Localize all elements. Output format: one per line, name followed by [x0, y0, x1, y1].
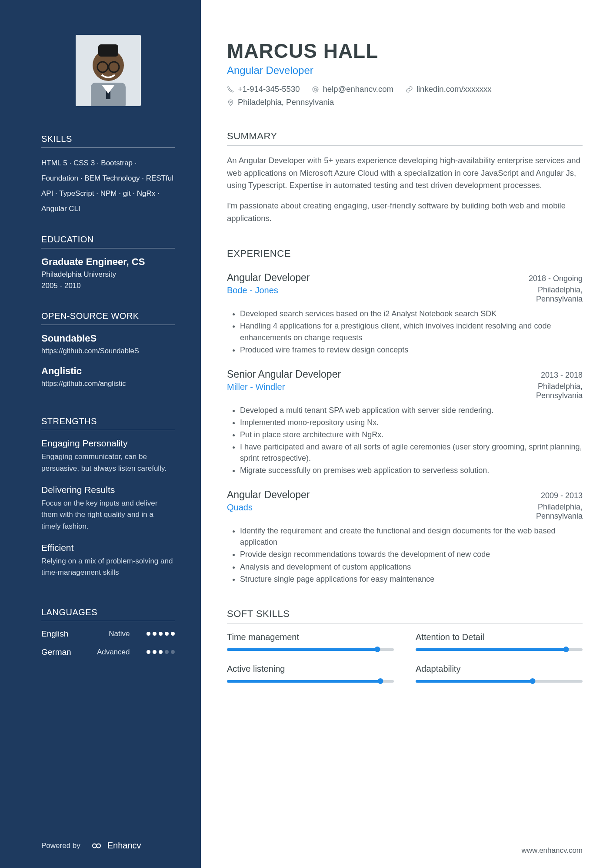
- location: Philadelphia, Pennsylvania: [227, 97, 334, 107]
- softskill-item: Adaptability: [416, 664, 583, 683]
- opensource-url: https://github.com/anglistic: [41, 379, 175, 388]
- skills-list: HTML 5 · CSS 3 · Bootstrap · Foundation …: [41, 156, 175, 216]
- enhancv-logo: Enhancv: [89, 841, 141, 851]
- opensource-item: Anglistichttps://github.com/anglistic: [41, 365, 175, 388]
- experience-location: Philadelphia, Pennsylvania: [496, 503, 583, 521]
- summary-heading: SUMMARY: [227, 131, 583, 146]
- experience-company: Miller - Windler: [227, 382, 285, 392]
- language-row: EnglishNative: [41, 629, 175, 639]
- experience-item: Senior Angular Developer2013 - 2018Mille…: [227, 369, 583, 476]
- email: help@enhancv.com: [312, 84, 393, 94]
- infinity-icon: [89, 841, 104, 850]
- skills-heading: SKILLS: [41, 134, 175, 148]
- softskill-label: Adaptability: [416, 664, 583, 674]
- education-heading: EDUCATION: [41, 235, 175, 248]
- person-name: MARCUS HALL: [227, 39, 583, 63]
- experience-title: Angular Developer: [227, 272, 310, 284]
- linkedin-value: linkedin.com/xxxxxxx: [416, 84, 492, 94]
- powered-by-label: Powered by: [41, 841, 80, 850]
- contact-row-1: +1-914-345-5530 help@enhancv.com linkedi…: [227, 84, 583, 94]
- language-name: English: [41, 629, 83, 639]
- language-level: Advanced: [95, 648, 130, 657]
- language-row: GermanAdvanced: [41, 647, 175, 657]
- experience-company: Quads: [227, 503, 253, 513]
- experience-item: Angular Developer2009 - 2013QuadsPhilade…: [227, 489, 583, 584]
- experience-bullet: Provide design recommendations towards t…: [240, 549, 583, 560]
- strength-desc: Focus on the key inputs and deliver them…: [41, 498, 175, 532]
- experience-bullet: Handling 4 applications for a prestigiou…: [240, 320, 583, 343]
- svg-point-11: [313, 87, 319, 92]
- sidebar-footer: Powered by Enhancv: [41, 841, 175, 851]
- phone-icon: [227, 86, 234, 93]
- softskill-label: Active listening: [227, 664, 394, 674]
- strength-title: Engaging Personality: [41, 438, 175, 449]
- brand-name: Enhancv: [107, 841, 141, 851]
- softskill-label: Attention to Detail: [416, 632, 583, 642]
- experience-dates: 2018 - Ongoing: [529, 274, 583, 283]
- svg-point-13: [230, 101, 232, 103]
- softskill-track: [227, 680, 394, 683]
- experience-title: Angular Developer: [227, 489, 310, 501]
- languages-section: LANGUAGES EnglishNativeGermanAdvanced: [41, 607, 175, 666]
- experience-dates: 2013 - 2018: [541, 371, 583, 380]
- opensource-name: SoundableS: [41, 333, 175, 344]
- footer-url: www.enhancv.com: [522, 846, 583, 855]
- phone: +1-914-345-5530: [227, 84, 300, 94]
- linkedin: linkedin.com/xxxxxxx: [406, 84, 492, 94]
- job-title: Angular Developer: [227, 64, 583, 77]
- strength-desc: Relying on a mix of problem-solving and …: [41, 556, 175, 579]
- strengths-heading: STRENGTHS: [41, 416, 175, 430]
- experience-location: Philadelphia, Pennsylvania: [496, 285, 583, 304]
- softskill-track: [227, 648, 394, 651]
- profile-photo: [76, 35, 141, 106]
- experience-bullet: I have participated and aware of all sor…: [240, 441, 583, 464]
- strength-item: Delivering ResultsFocus on the key input…: [41, 485, 175, 532]
- opensource-heading: OPEN-SOURCE WORK: [41, 311, 175, 325]
- email-value: help@enhancv.com: [323, 84, 393, 94]
- softskill-track: [416, 648, 583, 651]
- opensource-url: https://github.com/SoundableS: [41, 347, 175, 355]
- experience-bullet: Identify the requirement and create the …: [240, 525, 583, 548]
- strengths-section: STRENGTHS Engaging PersonalityEngaging c…: [41, 416, 175, 589]
- language-name: German: [41, 647, 83, 657]
- experience-title: Senior Angular Developer: [227, 369, 341, 380]
- summary-p2: I'm passionate about creating engaging, …: [227, 200, 583, 225]
- opensource-item: SoundableShttps://github.com/SoundableS: [41, 333, 175, 355]
- softskill-track: [416, 680, 583, 683]
- phone-value: +1-914-345-5530: [238, 84, 300, 94]
- contact-row-2: Philadelphia, Pennsylvania: [227, 97, 583, 107]
- experience-bullet: Implemented mono-repository using Nx.: [240, 417, 583, 428]
- strength-item: Engaging PersonalityEngaging communicato…: [41, 438, 175, 474]
- education-dates: 2005 - 2010: [41, 282, 175, 290]
- opensource-section: OPEN-SOURCE WORK SoundableShttps://githu…: [41, 311, 175, 398]
- strength-item: EfficientRelying on a mix of problem-sol…: [41, 543, 175, 579]
- sidebar: SKILLS HTML 5 · CSS 3 · Bootstrap · Foun…: [0, 0, 201, 868]
- softskills-heading: SOFT SKILLS: [227, 608, 583, 623]
- softskill-label: Time management: [227, 632, 394, 642]
- experience-bullets: Identify the requirement and create the …: [240, 525, 583, 584]
- main-content: MARCUS HALL Angular Developer +1-914-345…: [201, 0, 613, 868]
- location-icon: [227, 99, 234, 106]
- softskill-item: Time management: [227, 632, 394, 651]
- experience-bullet: Put in place store architecture with NgR…: [240, 429, 583, 440]
- summary-p1: An Angular Developer with 5+ years exper…: [227, 154, 583, 192]
- summary-section: SUMMARY An Angular Developer with 5+ yea…: [227, 131, 583, 225]
- education-degree: Graduate Engineer, CS: [41, 256, 175, 268]
- strength-title: Delivering Results: [41, 485, 175, 495]
- at-icon: [312, 86, 319, 93]
- experience-company: Bode - Jones: [227, 285, 278, 295]
- softskill-item: Active listening: [227, 664, 394, 683]
- location-value: Philadelphia, Pennsylvania: [238, 97, 334, 107]
- experience-item: Angular Developer2018 - OngoingBode - Jo…: [227, 272, 583, 355]
- strength-title: Efficient: [41, 543, 175, 553]
- experience-location: Philadelphia, Pennsylvania: [496, 382, 583, 400]
- education-school: Philadelphia University: [41, 270, 175, 279]
- experience-bullet: Developed a multi tenant SPA web applica…: [240, 405, 583, 416]
- experience-bullet: Produced wire frames to review design co…: [240, 344, 583, 355]
- experience-bullet: Developed search services based on the i…: [240, 308, 583, 319]
- skills-section: SKILLS HTML 5 · CSS 3 · Bootstrap · Foun…: [41, 134, 175, 216]
- language-dots: [147, 650, 175, 654]
- experience-bullet: Structure single page applications for e…: [240, 573, 583, 585]
- experience-heading: EXPERIENCE: [227, 248, 583, 263]
- experience-bullets: Developed a multi tenant SPA web applica…: [240, 405, 583, 476]
